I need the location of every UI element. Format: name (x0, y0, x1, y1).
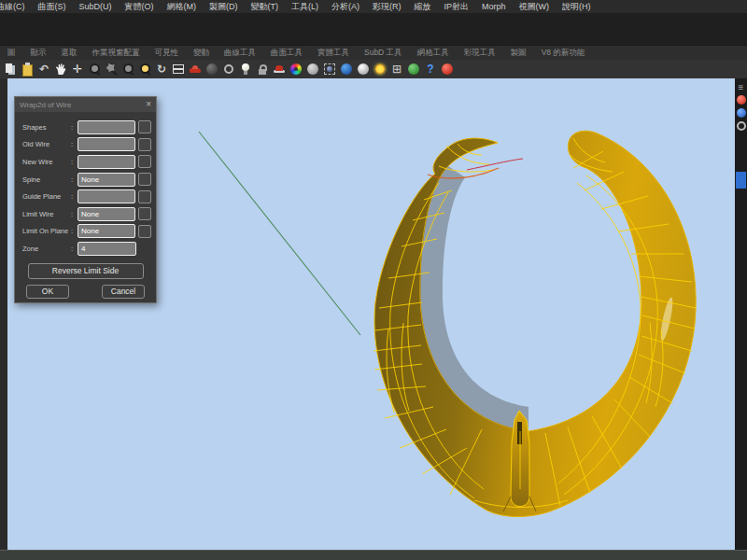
dialog-title-bar[interactable]: Wrap2d of Wire × (15, 97, 156, 112)
menu-item[interactable]: 縮放 (408, 0, 438, 13)
ok-button[interactable]: OK (26, 285, 69, 299)
render-icon[interactable] (406, 62, 421, 77)
field-limit-wire[interactable]: None (78, 207, 135, 221)
toolbar-tab[interactable]: 曲線工具 (217, 46, 263, 60)
panel-blue-icon[interactable] (736, 107, 747, 119)
viewport-layout-icon[interactable] (171, 62, 186, 77)
menu-item[interactable]: 變動(T) (245, 0, 286, 13)
field-zone[interactable]: 4 (78, 242, 136, 256)
dialog-row: Old Wire: (15, 136, 156, 154)
field-picker-button-old-wire[interactable] (138, 138, 151, 151)
menu-item[interactable]: SubD(U) (73, 0, 119, 13)
field-label-shapes: Shapes (22, 123, 66, 132)
field-label-zone: Zone (22, 245, 66, 253)
toolbar-tab[interactable]: 彩現工具 (457, 46, 503, 60)
field-limit-on-plane[interactable]: None (78, 224, 135, 238)
field-picker-button-shapes[interactable] (138, 120, 151, 133)
rotate-view-icon[interactable]: ↻ (154, 62, 169, 77)
pan-hand-icon[interactable] (53, 62, 68, 77)
red-helper-curve (467, 159, 523, 170)
toolbar-tab[interactable]: 作業視窗配置 (85, 46, 148, 60)
display-mode-icon[interactable] (204, 62, 219, 77)
zoom-dynamic-icon[interactable] (87, 62, 102, 77)
field-spine[interactable]: None (78, 173, 135, 187)
dialog-row: Limit On Plane:None (15, 223, 156, 241)
toolbar-tab[interactable]: 顯示 (23, 46, 54, 60)
menu-item[interactable]: 網格(M) (161, 0, 204, 13)
panel-ring-icon[interactable] (736, 120, 747, 132)
move-view-icon[interactable]: ✛ (70, 62, 85, 77)
dialog-row: Spine:None (15, 171, 156, 189)
reverse-limit-side-button[interactable]: Reverse Limit Side (28, 263, 144, 279)
field-guide-plane[interactable] (78, 189, 135, 203)
construction-line (199, 132, 360, 335)
field-picker-button-limit-wire[interactable] (138, 207, 151, 220)
dialog-row: New Wire: (15, 153, 156, 171)
menu-item[interactable]: 曲面(S) (32, 0, 73, 13)
field-picker-button-guide-plane[interactable] (138, 190, 151, 203)
light-bulb-icon[interactable] (238, 62, 253, 77)
field-colon: : (66, 227, 78, 235)
uv-grid-icon[interactable]: ⊞ (389, 62, 404, 77)
zoom-selected-icon[interactable] (137, 62, 152, 77)
toolbar-tab[interactable]: 曲面工具 (263, 46, 310, 60)
lock-icon[interactable] (255, 62, 270, 77)
field-new-wire[interactable] (78, 155, 135, 169)
toolbar-tab[interactable]: 網格工具 (410, 46, 457, 60)
named-view-icon[interactable] (188, 62, 203, 77)
zoom-extents-icon[interactable] (120, 62, 135, 77)
toolbar-tab[interactable]: 圖 (0, 46, 23, 60)
texture-mapping-icon[interactable] (322, 62, 337, 77)
right-panel-strip: ≡ (735, 78, 747, 550)
lamp-icon[interactable] (305, 62, 320, 77)
help-icon[interactable]: ? (423, 62, 438, 77)
sun-icon[interactable] (373, 62, 388, 77)
field-picker-button-spine[interactable] (138, 173, 151, 186)
close-icon[interactable]: × (146, 100, 151, 109)
record-icon[interactable] (440, 62, 455, 77)
toolbar-tab[interactable]: 可見性 (148, 46, 187, 60)
field-picker-button-new-wire[interactable] (138, 155, 151, 168)
panel-red-icon[interactable] (736, 94, 747, 105)
layer-state-icon[interactable] (272, 62, 287, 77)
toolbar-tab[interactable]: 變動 (186, 46, 217, 60)
menu-item[interactable]: 實體(O) (119, 0, 161, 13)
toolbar-tab[interactable]: 實體工具 (310, 46, 357, 60)
toolbar-tab[interactable]: 選取 (54, 46, 85, 60)
toolbar-tab[interactable]: 製圖 (503, 46, 534, 60)
menu-item[interactable]: 工具(L) (285, 0, 325, 13)
field-picker-button-limit-on-plane[interactable] (138, 225, 151, 238)
toolbar-tab[interactable]: SubD 工具 (357, 46, 410, 60)
field-shapes[interactable] (78, 120, 135, 134)
field-colon: : (66, 210, 78, 218)
environment-sphere-icon[interactable] (356, 62, 371, 77)
field-colon: : (66, 158, 78, 166)
menu-item[interactable]: IP射出 (438, 0, 476, 13)
menu-item[interactable]: 製圖(D) (203, 0, 245, 13)
menu-item[interactable]: 曲線(C) (0, 0, 32, 13)
command-area[interactable] (0, 13, 747, 46)
menu-item[interactable]: 說明(H) (556, 0, 598, 13)
cplane-icon[interactable] (221, 62, 236, 77)
material-sphere-icon[interactable] (339, 62, 354, 77)
color-wheel-icon[interactable] (289, 62, 303, 77)
panel-menu-icon[interactable]: ≡ (736, 81, 747, 92)
field-label-limit-on-plane: Limit On Plane (22, 227, 66, 235)
menu-item[interactable]: 視圖(W) (513, 0, 557, 13)
menu-item[interactable]: 分析(A) (325, 0, 366, 13)
paste-icon[interactable] (20, 62, 35, 77)
field-colon: : (66, 192, 78, 201)
field-label-new-wire: New Wire (22, 158, 66, 166)
copy-icon[interactable] (3, 62, 18, 77)
field-old-wire[interactable] (78, 137, 135, 151)
panel-color-swatch[interactable] (736, 172, 746, 189)
rhino-app-window: 曲線(C)曲面(S)SubD(U)實體(O)網格(M)製圖(D)變動(T)工具(… (0, 0, 747, 560)
field-label-old-wire: Old Wire (22, 140, 66, 148)
menu-bar: 曲線(C)曲面(S)SubD(U)實體(O)網格(M)製圖(D)變動(T)工具(… (0, 0, 747, 13)
cancel-button[interactable]: Cancel (102, 285, 145, 299)
menu-item[interactable]: 彩現(R) (366, 0, 408, 13)
menu-item[interactable]: Morph (475, 0, 513, 13)
toolbar-tab[interactable]: V8 的新功能 (534, 46, 593, 60)
undo-icon[interactable]: ↶ (36, 62, 51, 77)
zoom-window-icon[interactable] (104, 62, 119, 77)
